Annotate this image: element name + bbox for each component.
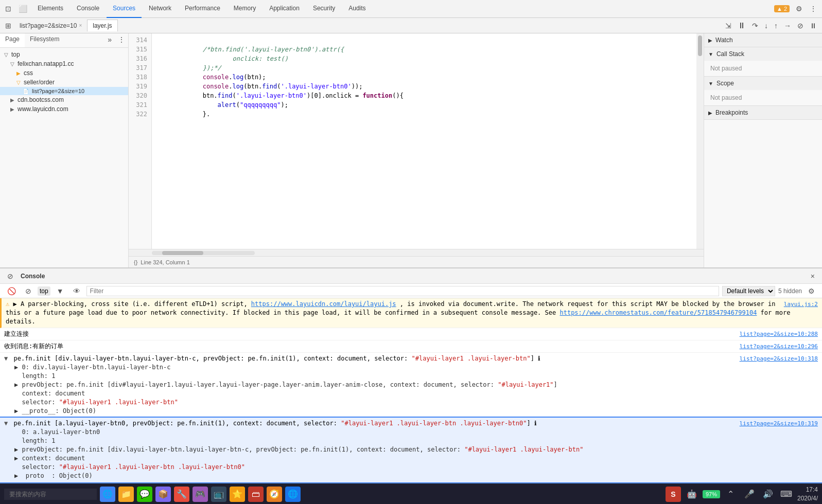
tree-item-felixchan[interactable]: ▽ felixchan.natapp1.cc <box>0 59 128 68</box>
obj2-ref[interactable]: list?page=2&size=10:319 <box>740 419 818 428</box>
cloud-icon: ▽ <box>10 61 14 67</box>
taskbar-app3-icon[interactable]: 📺 <box>211 487 226 502</box>
taskbar-folder-icon[interactable]: 📁 <box>118 487 134 502</box>
connect-ref[interactable]: list?page=2&size=10:288 <box>740 330 818 338</box>
taskbar-box-icon[interactable]: 📦 <box>155 487 171 502</box>
taskbar-app4-icon[interactable]: ⭐ <box>230 487 245 502</box>
console-toolbar: 🚫 ⊘ top ▼ 👁 Default levels 5 hidden ⚙ <box>0 284 822 298</box>
file-tab-list[interactable]: list?page=2&size=10 × <box>14 20 87 31</box>
warning-url-2[interactable]: https://www.chromestatus.com/feature/571… <box>559 309 757 316</box>
context-dropdown-icon[interactable]: ▼ <box>54 285 67 297</box>
console-filter-input[interactable] <box>86 286 719 296</box>
main-area: Page Filesystem » ⋮ ▽ top ▽ felixchan.na… <box>0 33 822 267</box>
scope-label: Scope <box>716 80 734 87</box>
console-content: layui.js:2 ⚠ ▶ A parser-blocking, cross … <box>0 298 822 483</box>
sidebar-menu-icon[interactable]: ⋮ <box>115 33 128 47</box>
obj1-ref[interactable]: list?page=2&size=10:318 <box>740 354 818 363</box>
tab-performance[interactable]: Performance <box>179 0 226 18</box>
taskbar-s-icon[interactable]: S <box>666 487 681 502</box>
close-console-icon[interactable]: × <box>808 270 818 282</box>
console-area: ⊘ Console × 🚫 ⊘ top ▼ 👁 Default levels 5… <box>0 267 822 483</box>
mic-icon[interactable]: 🎤 <box>742 487 757 502</box>
tree-item-seller-order[interactable]: ▽ seller/order <box>0 78 128 87</box>
callstack-status: Not paused <box>710 63 816 74</box>
taskbar-app1-icon[interactable]: 🔧 <box>174 487 189 502</box>
obj1-child-0: ▶ 0: div.layui-layer-btn.layui-layer-btn… <box>4 363 818 372</box>
tree-item-cdn[interactable]: ▶ cdn.bootcss.com <box>0 95 128 104</box>
code-content[interactable]: /*btn.find('.layui-layer-btn0').attr({ o… <box>152 33 696 249</box>
tab-console[interactable]: Console <box>71 0 106 18</box>
tab-memory[interactable]: Memory <box>228 0 262 18</box>
tab-elements[interactable]: Elements <box>31 0 69 18</box>
toggle-sidebar-icon[interactable]: ⊞ <box>2 20 14 32</box>
tree-item-layuicdn[interactable]: ▶ www.layuicdn.com <box>0 104 128 114</box>
warning-url[interactable]: https://www.layuicdn.com/layui/layui.js <box>251 300 396 308</box>
watch-header[interactable]: ▶ Watch <box>704 33 822 47</box>
settings-icon[interactable]: ⚙ <box>793 3 806 15</box>
taskbar-app5-icon[interactable]: 🗃 <box>248 487 264 502</box>
keyboard-icon[interactable]: ⌨ <box>779 487 794 502</box>
scope-header[interactable]: ▼ Scope <box>704 77 822 90</box>
step-into-icon[interactable]: ↓ <box>761 20 771 32</box>
tree-item-list[interactable]: 📄 list?page=2&size=10 <box>0 87 128 95</box>
console-context-label: top <box>38 286 50 296</box>
taskbar-chrome-icon[interactable]: 🌐 <box>100 487 115 502</box>
step-out-icon[interactable]: ↑ <box>771 20 781 32</box>
console-settings-icon[interactable]: ⚙ <box>805 285 818 297</box>
console-filter-toggle[interactable]: ⊘ <box>22 285 34 297</box>
obj1-child-length: length: 1 <box>4 372 818 381</box>
breakpoints-header[interactable]: ▶ Breakpoints <box>704 106 822 119</box>
cloud-icon-cdn: ▶ <box>10 97 14 103</box>
order-ref[interactable]: list?page=2&size=10:296 <box>740 342 818 351</box>
device-icon[interactable]: ⬜ <box>15 3 30 15</box>
pause-icon[interactable]: ⏸ <box>734 19 749 32</box>
obj2-child-ctx: ▶ context: document <box>4 454 818 463</box>
obj1-expand[interactable]: ▼ <box>4 355 8 362</box>
callstack-section: ▼ Call Stack Not paused <box>704 47 822 77</box>
tree-item-top[interactable]: ▽ top <box>0 50 128 59</box>
tab-audits[interactable]: Audits <box>342 0 372 18</box>
console-errors-icon[interactable]: ⊘ <box>4 270 16 282</box>
order-text: 收到消息:有新的订单 <box>4 343 63 350</box>
taskbar-compass-icon[interactable]: 🧭 <box>267 487 282 502</box>
expand-drawer-icon[interactable]: ⇲ <box>722 20 734 32</box>
watch-collapse-icon: ▶ <box>708 38 712 43</box>
taskbar-wechat-icon[interactable]: 💬 <box>137 487 152 502</box>
devtools-tab-bar: ⊡ ⬜ Elements Console Sources Network Per… <box>0 0 822 18</box>
levels-select[interactable]: Default levels <box>722 286 775 296</box>
code-editor[interactable]: 314315316317318319320321322 /*btn.find('… <box>129 33 704 249</box>
console-eye-icon[interactable]: 👁 <box>70 285 83 297</box>
callstack-header[interactable]: ▼ Call Stack <box>704 47 822 61</box>
taskbar-robot-icon[interactable]: 🤖 <box>684 487 699 502</box>
code-hscrollbar[interactable] <box>129 249 704 256</box>
taskbar-app2-icon[interactable]: 🎮 <box>193 487 208 502</box>
tab-security[interactable]: Security <box>307 0 341 18</box>
inspect-icon[interactable]: ⊡ <box>2 3 14 15</box>
file-tab-layer[interactable]: layer.js <box>87 20 117 31</box>
clear-console-icon[interactable]: 🚫 <box>4 285 19 297</box>
close-file-tab-icon[interactable]: × <box>79 23 82 28</box>
obj2-expand[interactable]: ▼ <box>4 420 8 427</box>
callstack-label: Call Stack <box>716 50 744 58</box>
step-over-icon[interactable]: ↷ <box>749 20 761 32</box>
console-msg-connect: list?page=2&size=10:288 建立连接 <box>0 328 822 340</box>
tab-network[interactable]: Network <box>143 0 178 18</box>
tab-application[interactable]: Application <box>263 0 306 18</box>
taskbar-chrome2-icon[interactable]: 🌐 <box>285 487 301 502</box>
code-scrollbar[interactable] <box>696 33 704 249</box>
more-icon[interactable]: ⋮ <box>807 3 820 15</box>
sidebar-tab-page[interactable]: Page <box>0 33 25 47</box>
tree-item-css[interactable]: ▶ css <box>0 68 128 78</box>
sidebar-tab-filesystem[interactable]: Filesystem <box>25 33 64 47</box>
connect-text: 建立连接 <box>4 330 29 337</box>
deactivate-breakpoints-icon[interactable]: ⊘ <box>794 20 807 32</box>
warning-ref[interactable]: layui.js:2 <box>784 300 818 309</box>
tree-label-list: list?page=2&size=10 <box>32 88 84 94</box>
more-tabs-icon[interactable]: » <box>104 33 115 47</box>
step-icon[interactable]: → <box>781 20 794 32</box>
tab-sources[interactable]: Sources <box>107 0 142 18</box>
sources-tree: ▽ top ▽ felixchan.natapp1.cc ▶ css ▽ sel… <box>0 48 128 267</box>
taskbar-search[interactable] <box>4 489 97 500</box>
pause-on-exception-icon[interactable]: ⏸ <box>807 20 820 32</box>
speaker-icon[interactable]: 🔊 <box>760 487 776 502</box>
